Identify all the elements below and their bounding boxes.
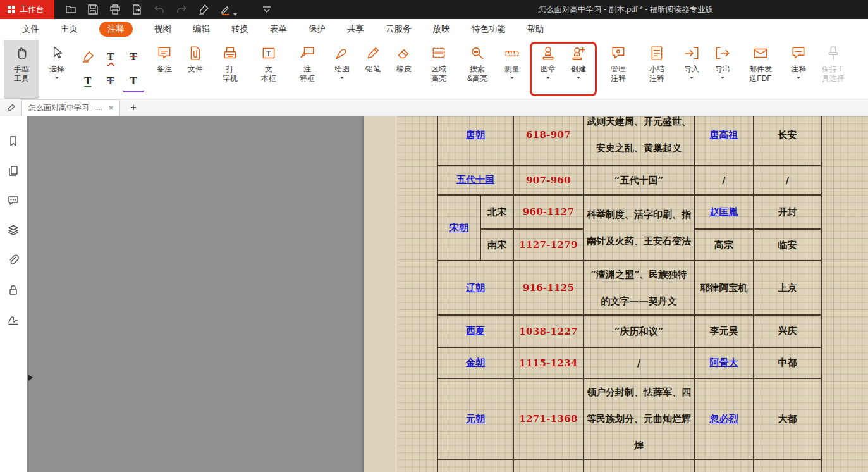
table-cell: 南京→北京 <box>754 459 821 472</box>
menu-edit[interactable]: 编辑 <box>193 23 210 35</box>
table-cell: 赵匡胤 <box>694 195 754 229</box>
insert-text-icon[interactable]: T <box>123 70 144 92</box>
window-title: 怎么面对高中学习 - 副本.pdf * - 福昕阅读器专业版 <box>539 4 713 15</box>
tutorial-highlight-box: 图章 创建 <box>530 42 597 96</box>
menu-share[interactable]: 共享 <box>347 23 364 35</box>
founder-link[interactable]: 赵匡胤 <box>710 206 738 218</box>
import-button[interactable]: 导入 <box>678 40 705 98</box>
highlighter-quick-icon[interactable] <box>197 3 210 16</box>
menu-file[interactable]: 文件 <box>22 23 39 35</box>
menu-view[interactable]: 视图 <box>154 23 171 35</box>
table-cell: 中都 <box>754 347 821 378</box>
new-tab-button[interactable]: + <box>128 102 139 113</box>
table-cell: 朱元璋 <box>694 459 754 472</box>
close-tab-icon[interactable]: × <box>109 103 114 113</box>
dynasty-link[interactable]: 元朝 <box>466 413 485 425</box>
menu-features[interactable]: 特色功能 <box>472 23 506 35</box>
share-doc-icon[interactable] <box>131 3 144 16</box>
pencil-button[interactable]: 铅笔 <box>360 40 386 98</box>
menu-comment[interactable]: 注释 <box>99 22 133 37</box>
search-icon <box>469 44 486 63</box>
ribbon-comment-tab: 手型工具 选择 T T T T T 备注 文件 打字机 <box>0 39 868 99</box>
sidebar-signature-button[interactable] <box>6 313 20 326</box>
dynasty-link[interactable]: 辽朝 <box>466 282 485 294</box>
note-button[interactable]: 备注 <box>151 40 178 98</box>
menu-convert[interactable]: 转换 <box>231 23 248 35</box>
document-tab[interactable]: 怎么面对高中学习 - ... × <box>21 99 120 116</box>
collapse-toolbar-icon[interactable] <box>260 3 273 16</box>
main-area: 唐朝 618-907 武则天建周、开元盛世、安史之乱、黄巢起义 唐高祖 长安 五… <box>0 116 868 472</box>
sidebar-comments-button[interactable] <box>6 194 20 208</box>
table-cell: 北宋 <box>480 195 513 229</box>
dynasty-link[interactable]: 宋朝 <box>449 222 468 233</box>
comments-panel-button[interactable]: 注释 <box>785 40 812 98</box>
navigation-sidebar <box>0 116 27 472</box>
keep-tool-selected-button[interactable]: 保持工具选择 <box>816 40 850 98</box>
table-cell: 明朝 <box>437 459 513 472</box>
open-file-icon[interactable] <box>64 3 77 16</box>
menu-home[interactable]: 主页 <box>61 23 78 35</box>
panel-expander-handle[interactable] <box>28 375 33 381</box>
menubar: 文件 主页 注释 视图 编辑 转换 表单 保护 共享 云服务 放映 特色功能 帮… <box>0 19 868 39</box>
menu-form[interactable]: 表单 <box>270 23 287 35</box>
create-stamp-button[interactable]: 创建 <box>565 40 592 98</box>
stamp-icon <box>540 44 556 63</box>
stamp-button[interactable]: 图章 <box>535 40 561 98</box>
founder-link[interactable]: 阿骨大 <box>710 357 738 368</box>
dynasty-link[interactable]: 金朝 <box>466 357 485 368</box>
manage-comments-button[interactable]: 管理注释 <box>601 40 635 98</box>
annotation-pencil-icon[interactable] <box>0 103 21 113</box>
pin-brush-icon <box>825 44 841 63</box>
print-icon[interactable] <box>109 3 121 16</box>
table-cell: 忽必烈 <box>694 378 754 459</box>
replace-text-icon[interactable]: T <box>100 70 121 92</box>
textbox-button[interactable]: 文本框 <box>252 40 286 98</box>
table-cell: 长安 <box>754 116 821 165</box>
chevron-down-icon <box>546 77 550 79</box>
sidebar-pages-button[interactable] <box>6 164 20 178</box>
menu-protect[interactable]: 保护 <box>309 23 326 35</box>
document-viewport[interactable]: 唐朝 618-907 武则天建周、开元盛世、安史之乱、黄巢起义 唐高祖 长安 五… <box>27 116 868 472</box>
typewriter-button[interactable]: 打字机 <box>213 40 247 98</box>
email-fdf-button[interactable]: 邮件发送FDF <box>740 40 781 98</box>
highlight-marker-icon[interactable] <box>77 46 99 68</box>
attach-file-button[interactable]: 文件 <box>182 40 209 98</box>
drawing-button[interactable]: 绘图 <box>329 40 355 98</box>
undo-icon[interactable] <box>153 3 166 16</box>
select-tool-button[interactable]: 选择 <box>44 40 70 98</box>
eraser-button[interactable]: 橡皮 <box>391 40 417 98</box>
text-markup-group: T T T T T <box>77 46 144 92</box>
search-highlight-button[interactable]: 搜索&高亮 <box>460 40 494 98</box>
sidebar-bookmarks-button[interactable] <box>6 134 20 148</box>
dynasty-link[interactable]: 唐朝 <box>466 129 485 140</box>
export-button[interactable]: 导出 <box>709 40 736 98</box>
dynasty-link[interactable]: 西夏 <box>466 325 485 337</box>
pen-tool-dropdown[interactable] <box>219 3 237 16</box>
summarize-comments-button[interactable]: 小结注释 <box>640 40 674 98</box>
menu-slideshow[interactable]: 放映 <box>433 23 450 35</box>
dynasty-link[interactable]: 五代十国 <box>456 174 494 185</box>
menu-help[interactable]: 帮助 <box>527 23 544 35</box>
squiggly-underline-icon[interactable]: T <box>100 46 121 68</box>
founder-link[interactable]: 忽必烈 <box>710 413 738 425</box>
underline-icon[interactable]: T <box>77 70 99 92</box>
redo-icon[interactable] <box>175 3 188 16</box>
table-cell: 1038-1227 <box>513 315 584 347</box>
sidebar-attachments-button[interactable] <box>6 253 20 267</box>
menu-cloud[interactable]: 云服务 <box>386 23 412 35</box>
chevron-down-icon <box>55 77 59 79</box>
area-highlight-button[interactable]: 区域高亮 <box>422 40 456 98</box>
founder-link[interactable]: 唐高祖 <box>710 129 738 140</box>
callout-button[interactable]: 注释框 <box>290 40 324 98</box>
hand-tool-button[interactable]: 手型工具 <box>4 40 39 99</box>
measure-button[interactable]: 测量 <box>499 40 525 98</box>
table-cell: 元朝 <box>437 378 513 459</box>
sidebar-layers-button[interactable] <box>6 223 20 237</box>
sidebar-security-button[interactable] <box>6 283 20 297</box>
workspace-button[interactable]: 工作台 <box>0 0 54 19</box>
table-cell: 宋朝 <box>437 195 480 261</box>
table-cell: 阿骨大 <box>694 347 754 378</box>
save-icon[interactable] <box>87 3 99 16</box>
import-icon <box>683 44 700 63</box>
strikeout-icon[interactable]: T <box>123 46 144 68</box>
